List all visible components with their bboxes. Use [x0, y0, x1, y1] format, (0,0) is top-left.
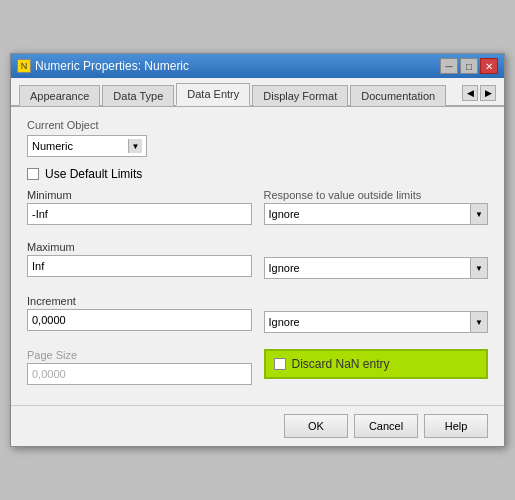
discard-nan-label: Discard NaN entry	[292, 357, 390, 371]
response-arrow-1[interactable]: ▼	[470, 203, 488, 225]
close-button[interactable]: ✕	[480, 58, 498, 74]
minimum-input[interactable]	[27, 203, 252, 225]
footer: OK Cancel Help	[11, 405, 504, 446]
discard-row: Discard NaN entry	[274, 357, 390, 371]
response-value-1: Ignore	[264, 203, 471, 225]
window-title: Numeric Properties: Numeric	[35, 59, 189, 73]
discard-nan-checkbox[interactable]	[274, 358, 286, 370]
tab-prev-arrow[interactable]: ◀	[462, 85, 478, 101]
titlebar: N Numeric Properties: Numeric ─ □ ✕	[11, 54, 504, 78]
use-default-limits-label: Use Default Limits	[45, 167, 142, 181]
ok-button[interactable]: OK	[284, 414, 348, 438]
response-combo-2[interactable]: Ignore ▼	[264, 257, 489, 279]
page-size-input[interactable]	[27, 363, 252, 385]
tab-appearance[interactable]: Appearance	[19, 85, 100, 106]
increment-group: Increment	[27, 295, 252, 333]
current-object-dropdown[interactable]: Numeric ▼	[27, 135, 147, 157]
content-area: Current Object Numeric ▼ Use Default Lim…	[11, 107, 504, 405]
current-object-label: Current Object	[27, 119, 488, 131]
tab-display-format[interactable]: Display Format	[252, 85, 348, 106]
response-group-1: Response to value outside limits Ignore …	[264, 189, 489, 225]
titlebar-controls: ─ □ ✕	[440, 58, 498, 74]
response-label: Response to value outside limits	[264, 189, 489, 201]
response-combo-1[interactable]: Ignore ▼	[264, 203, 489, 225]
increment-input[interactable]	[27, 309, 252, 331]
increment-label: Increment	[27, 295, 252, 307]
dropdown-arrow-icon: ▼	[128, 139, 142, 153]
page-size-group: Page Size	[27, 349, 252, 385]
response-arrow-3[interactable]: ▼	[470, 311, 488, 333]
cancel-button[interactable]: Cancel	[354, 414, 418, 438]
maximum-row: Maximum Ignore ▼	[27, 241, 488, 287]
minimize-button[interactable]: ─	[440, 58, 458, 74]
current-object-value: Numeric	[32, 140, 124, 152]
use-default-limits-checkbox[interactable]	[27, 168, 39, 180]
response-arrow-2[interactable]: ▼	[470, 257, 488, 279]
main-window: N Numeric Properties: Numeric ─ □ ✕ Appe…	[10, 53, 505, 447]
maximize-button[interactable]: □	[460, 58, 478, 74]
proposition-box: Discard NaN entry	[264, 349, 489, 379]
minimum-group: Minimum	[27, 189, 252, 225]
tab-arrows: ◀ ▶	[462, 85, 496, 101]
response-group-3: Ignore ▼	[264, 295, 489, 333]
minimum-label: Minimum	[27, 189, 252, 201]
response-value-3: Ignore	[264, 311, 471, 333]
proposition-group: Discard NaN entry	[264, 349, 489, 393]
tab-data-entry[interactable]: Data Entry	[176, 83, 250, 106]
response-group-2: Ignore ▼	[264, 241, 489, 279]
tab-data-type[interactable]: Data Type	[102, 85, 174, 106]
minimum-row: Minimum Response to value outside limits…	[27, 189, 488, 233]
response-value-2: Ignore	[264, 257, 471, 279]
tab-documentation[interactable]: Documentation	[350, 85, 446, 106]
increment-row: Increment Ignore ▼	[27, 295, 488, 341]
page-size-label: Page Size	[27, 349, 252, 361]
maximum-group: Maximum	[27, 241, 252, 279]
response-combo-3[interactable]: Ignore ▼	[264, 311, 489, 333]
maximum-input[interactable]	[27, 255, 252, 277]
titlebar-left: N Numeric Properties: Numeric	[17, 59, 189, 73]
current-object-row: Numeric ▼	[27, 135, 488, 157]
tab-next-arrow[interactable]: ▶	[480, 85, 496, 101]
maximum-label: Maximum	[27, 241, 252, 253]
page-size-section: Page Size Discard NaN entry	[27, 349, 488, 393]
use-default-limits-row: Use Default Limits	[27, 167, 488, 181]
window-icon: N	[17, 59, 31, 73]
help-button[interactable]: Help	[424, 414, 488, 438]
tabs-container: Appearance Data Type Data Entry Display …	[11, 78, 504, 107]
